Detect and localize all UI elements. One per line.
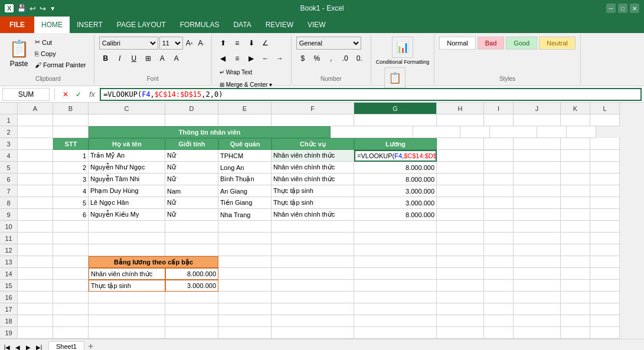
cell-c15[interactable]: Thực tập sinh [89,280,165,292]
formula-input-display[interactable]: =VLOOKUP(F4,$C$14:$D$15,2,0) [100,88,642,101]
cell-d19[interactable] [165,327,218,339]
cell-j17[interactable] [514,303,561,315]
cell-e13[interactable] [218,256,272,268]
cell-i16[interactable] [484,292,514,303]
cell-a18[interactable] [18,315,53,327]
align-bottom-button[interactable]: ⬇ [245,37,258,50]
cell-d16[interactable] [165,292,218,303]
cell-k17[interactable] [561,303,590,315]
cell-f5[interactable]: Nhân viên chính thức [272,162,354,174]
cell-h4[interactable] [437,150,484,162]
cell-c18[interactable] [89,315,165,327]
cell-h10[interactable] [437,221,484,233]
cell-j8[interactable] [514,197,561,209]
cell-j15[interactable] [514,280,561,292]
increase-decimal-button[interactable]: .0 [339,52,352,65]
col-header-k[interactable]: K [561,103,590,115]
cell-g17[interactable] [354,303,437,315]
cell-l8[interactable] [590,197,620,209]
tab-page-layout[interactable]: PAGE LAYOUT [110,17,173,33]
cell-b7[interactable]: 4 [53,185,89,197]
cell-d8[interactable]: Nữ [165,197,218,209]
cell-e10[interactable] [218,221,272,233]
cell-g11[interactable] [354,233,437,244]
cell-j9[interactable] [514,209,561,221]
decrease-font-button[interactable]: A- [196,38,207,48]
cell-l13[interactable] [590,256,620,268]
cell-h1[interactable] [437,115,484,126]
cell-f4[interactable]: Nhân viên chính thức [272,150,354,162]
cell-k16[interactable] [561,292,590,303]
cell-b18[interactable] [53,315,89,327]
wrap-text-button[interactable]: ↵ Wrap Text [217,67,256,77]
cell-l5[interactable] [590,162,620,174]
align-left-button[interactable]: ◀ [217,52,230,65]
cell-i8[interactable] [484,197,514,209]
col-header-i[interactable]: I [484,103,514,115]
row-header-8[interactable]: 8 [0,197,18,209]
cell-h9[interactable] [437,209,484,221]
cell-c3[interactable]: Họ và tên [89,138,165,150]
cell-i17[interactable] [484,303,514,315]
cell-c13-merged[interactable]: Bảng lương theo cấp bậc [89,256,218,268]
cell-b9[interactable]: 6 [53,209,89,221]
cell-g4[interactable]: =VLOOKUP(F4,$C$14:$D$15,2,0) 3 VLOOKUP(l… [354,150,437,162]
row-header-17[interactable]: 17 [0,303,18,315]
cell-g16[interactable] [354,292,437,303]
cell-h6[interactable] [437,174,484,185]
cell-b5[interactable]: 2 [53,162,89,174]
cell-d5[interactable]: Nữ [165,162,218,174]
cell-i5[interactable] [484,162,514,174]
angle-text-button[interactable]: ∠ [259,37,272,50]
cell-e8[interactable]: Tiền Giang [218,197,272,209]
cell-f14[interactable] [272,268,354,280]
cell-b1[interactable] [53,115,89,126]
tab-review[interactable]: REVIEW [259,17,300,33]
row-header-3[interactable]: 3 [0,138,18,150]
cell-g13[interactable] [354,256,437,268]
accounting-button[interactable]: $ [296,52,309,65]
cell-h13[interactable] [437,256,484,268]
cell-h3[interactable] [437,138,484,150]
style-normal[interactable]: Normal [439,37,475,50]
cell-b10[interactable] [53,221,89,233]
cell-l17[interactable] [590,303,620,315]
cell-a9[interactable] [18,209,53,221]
align-top-button[interactable]: ⬆ [217,37,230,50]
col-header-c[interactable]: C [89,103,165,115]
format-as-table-button[interactable]: 📋 [384,67,406,89]
cell-l1[interactable] [590,115,620,126]
cancel-formula-button[interactable]: ✕ [60,89,71,100]
cell-d7[interactable]: Nam [165,185,218,197]
cell-l18[interactable] [590,315,620,327]
style-good[interactable]: Good [506,37,537,50]
comma-button[interactable]: , [325,52,338,65]
cell-j5[interactable] [514,162,561,174]
cell-i13[interactable] [484,256,514,268]
cell-j2[interactable] [490,126,537,138]
col-header-g[interactable]: G [354,103,437,115]
cell-d10[interactable] [165,221,218,233]
cell-f17[interactable] [272,303,354,315]
cell-d1[interactable] [165,115,218,126]
number-format-select[interactable]: General Number Currency Date [296,37,361,50]
cell-i4[interactable] [484,150,514,162]
cell-k1[interactable] [561,115,590,126]
cell-l7[interactable] [590,185,620,197]
cell-c9[interactable]: Nguyễn Kiều My [89,209,165,221]
tab-insert[interactable]: INSERT [70,17,110,33]
cell-h8[interactable] [437,197,484,209]
row-header-5[interactable]: 5 [0,162,18,174]
col-header-f[interactable]: F [272,103,354,115]
cell-k19[interactable] [561,327,590,339]
cell-a5[interactable] [18,162,53,174]
fill-color-button[interactable]: A [156,52,169,65]
row-header-13[interactable]: 13 [0,256,18,268]
confirm-formula-button[interactable]: ✓ [73,89,84,100]
tab-view[interactable]: VIEW [300,17,333,33]
row-header-6[interactable]: 6 [0,174,18,185]
cell-j11[interactable] [514,233,561,244]
cell-e12[interactable] [218,244,272,256]
col-header-d[interactable]: D [165,103,218,115]
cell-f12[interactable] [272,244,354,256]
